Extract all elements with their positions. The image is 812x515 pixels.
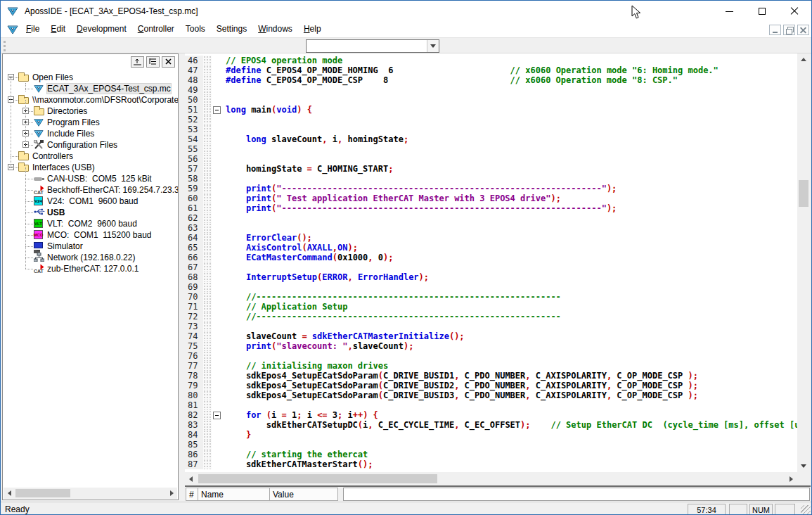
watch-column-value[interactable]: Value (270, 488, 338, 501)
scroll-left-button[interactable] (185, 473, 197, 485)
fold-collapse-icon[interactable] (213, 412, 221, 419)
code-line-57[interactable]: 57 homingState = C_HOMING_START; (185, 164, 797, 174)
watch-column-index[interactable]: # (186, 488, 198, 501)
scroll-right-button[interactable] (785, 473, 797, 485)
code-line-54[interactable]: 54 long slaveCount, i, homingState; (185, 134, 797, 144)
code-line-69[interactable]: 69 (185, 282, 797, 292)
code-line-70[interactable]: 70 //-----------------------------------… (185, 292, 797, 302)
tree-item-maxonmotor-com-dfsroot-corporate-mzu[interactable]: \\maxonmotor.com\DFSRoot\Corporate\mzu (3, 94, 178, 106)
code-line-67[interactable]: 67 (185, 262, 797, 272)
code-line-47[interactable]: 47#define C_EPOS4_OP_MODE_HOMING 6 // x6… (185, 65, 797, 75)
code-line-83[interactable]: 83 sdkEtherCATSetupDC(i, C_EC_CYCLE_TIME… (185, 420, 797, 430)
tree-item-simulator[interactable]: Simulator (3, 241, 178, 252)
menu-windows[interactable]: Windows (252, 22, 298, 37)
code-line-59[interactable]: 59 print("------------------------------… (185, 184, 797, 193)
tree-parent-folder-button[interactable] (131, 56, 144, 68)
code-line-86[interactable]: 86 // starting the ethercat (185, 450, 797, 459)
code-line-66[interactable]: 66 ECatMasterCommand(0x1000, 0); (185, 253, 797, 262)
code-line-50[interactable]: 50 (185, 95, 797, 105)
fold-collapse-icon[interactable] (213, 106, 221, 114)
tree-item-configuration-files[interactable]: Configuration Files (3, 139, 178, 151)
code-editor[interactable]: 46// EPOS4 operation mode47#define C_EPO… (185, 53, 797, 472)
code-line-65[interactable]: 65 AxisControl(AXALL,ON); (185, 243, 797, 253)
tree-item-zub-ethercat-127-0-0-1[interactable]: CATzub-EtherCAT: 127.0.0.1 (3, 263, 178, 274)
tree-item-can-usb-com5-125-kbit[interactable]: CAN-USB: COM5 125 kBit (3, 173, 178, 184)
code-line-55[interactable]: 55 (185, 144, 797, 154)
code-line-76[interactable]: 76 (185, 351, 797, 361)
code-line-51[interactable]: 51long main(void) { (185, 105, 797, 115)
tree-item-network-192-168-0-22[interactable]: Network (192.168.0.22) (3, 252, 178, 263)
mdi-minimize-button[interactable] (769, 25, 781, 35)
code-line-48[interactable]: 48#define C_EPOS4_OP_MODE_CSP 8 // x6060… (185, 75, 797, 85)
tree-item-vlt-com2-9600-baud[interactable]: VLTVLT: COM2 9600 baud (3, 218, 178, 229)
code-line-72[interactable]: 72 //-----------------------------------… (185, 312, 797, 322)
tree-item-controllers[interactable]: Controllers (3, 151, 178, 162)
scroll-down-button[interactable] (797, 460, 810, 472)
code-line-78[interactable]: 78 sdkEpos4_SetupECatSdoParam(C_DRIVE_BU… (185, 371, 797, 381)
close-button[interactable] (778, 1, 811, 22)
code-line-61[interactable]: 61 print("------------------------------… (185, 203, 797, 213)
code-line-74[interactable]: 74 slaveCount = sdkEtherCATMasterInitial… (185, 331, 797, 341)
menu-tools[interactable]: Tools (180, 22, 211, 37)
editor-vertical-scrollbar[interactable] (797, 53, 810, 472)
code-line-85[interactable]: 85 (185, 440, 797, 450)
code-line-46[interactable]: 46// EPOS4 operation mode (185, 56, 797, 65)
code-line-68[interactable]: 68 InterruptSetup(ERROR, ErrorHandler); (185, 272, 797, 282)
code-line-71[interactable]: 71 // Application Setup (185, 302, 797, 312)
code-line-87[interactable]: 87 sdkEtherCATMasterStart(); (185, 459, 797, 469)
code-line-84[interactable]: 84 } (185, 430, 797, 440)
tree-item-include-files[interactable]: Include Files (3, 128, 178, 139)
code-line-79[interactable]: 79 sdkEpos4_SetupECatSdoParam(C_DRIVE_BU… (185, 381, 797, 390)
maximize-button[interactable] (746, 1, 778, 22)
watch-column-name[interactable]: Name (198, 488, 270, 501)
code-line-75[interactable]: 75 print("slavecount: ",slaveCount); (185, 341, 797, 351)
tree-item-usb[interactable]: USB (3, 207, 178, 218)
mdi-restore-button[interactable] (783, 25, 795, 35)
toolbar-grip[interactable] (4, 41, 6, 51)
editor-horizontal-scrollbar[interactable] (185, 473, 797, 485)
tree-item-v24-com1-9600-baud[interactable]: V24V24: COM1 9600 baud (3, 196, 178, 207)
code-line-49[interactable]: 49 (185, 85, 797, 95)
tree-item-directories[interactable]: Directories (3, 106, 178, 117)
scroll-right-button[interactable] (166, 488, 177, 499)
tree-item-program-files[interactable]: Program Files (3, 117, 178, 128)
tree-item-ecat-3ax-epos4-test-csp-mc[interactable]: ECAT_3Ax_EPOS4-Test_csp.mc (3, 83, 178, 94)
code-line-58[interactable]: 58 (185, 174, 797, 184)
code-line-80[interactable]: 80 sdkEpos4_SetupECatSdoParam(C_DRIVE_BU… (185, 390, 797, 400)
tree-item-open-files[interactable]: Open Files (3, 72, 178, 83)
combobox-dropdown-button[interactable] (427, 40, 439, 52)
tree-horizontal-scrollbar[interactable] (4, 488, 177, 499)
code-line-53[interactable]: 53 (185, 125, 797, 134)
scrollbar-thumb[interactable] (198, 474, 437, 483)
menu-development[interactable]: Development (71, 22, 132, 37)
code-line-64[interactable]: 64 ErrorClear(); (185, 233, 797, 243)
menu-settings[interactable]: Settings (211, 22, 252, 37)
code-line-62[interactable]: 62 (185, 213, 797, 223)
mdi-close-button[interactable] (797, 25, 809, 35)
code-line-81[interactable]: 81 (185, 400, 797, 410)
tree-close-button[interactable] (162, 56, 175, 68)
panel-splitter[interactable] (179, 53, 185, 502)
menu-file[interactable]: File (20, 22, 45, 37)
scroll-up-button[interactable] (797, 53, 810, 65)
menu-controller[interactable]: Controller (132, 22, 180, 37)
code-line-73[interactable]: 73 (185, 322, 797, 331)
scroll-left-button[interactable] (4, 488, 15, 499)
scrollbar-thumb[interactable] (799, 180, 808, 207)
code-line-82[interactable]: 82 for (i = 1; i <= 3; i++) { (185, 410, 797, 420)
tree-item-beckhoff-ethercat-169-254-7-23-3-1[interactable]: CATBeckhoff-EtherCAT: 169.254.7.23.3.1 (3, 184, 178, 196)
watch-empty-field[interactable] (343, 488, 810, 501)
tree-item-mco-com1-115200-baud[interactable]: MCOMCO: COM1 115200 baud (3, 229, 178, 241)
tree-item-interfaces-usb[interactable]: Interfaces (USB) (3, 162, 178, 173)
resize-grip-icon[interactable] (801, 505, 811, 515)
tree-view-button[interactable] (146, 56, 160, 68)
code-line-56[interactable]: 56 (185, 154, 797, 164)
code-line-52[interactable]: 52 (185, 115, 797, 125)
code-line-77[interactable]: 77 // initialising maxon drives (185, 361, 797, 371)
code-line-60[interactable]: 60 print(" Test application EtherCAT Mas… (185, 193, 797, 203)
scrollbar-thumb[interactable] (15, 489, 70, 497)
code-line-63[interactable]: 63 (185, 223, 797, 233)
menu-help[interactable]: Help (298, 22, 327, 37)
function-combobox[interactable] (306, 39, 439, 53)
menu-edit[interactable]: Edit (45, 22, 71, 37)
